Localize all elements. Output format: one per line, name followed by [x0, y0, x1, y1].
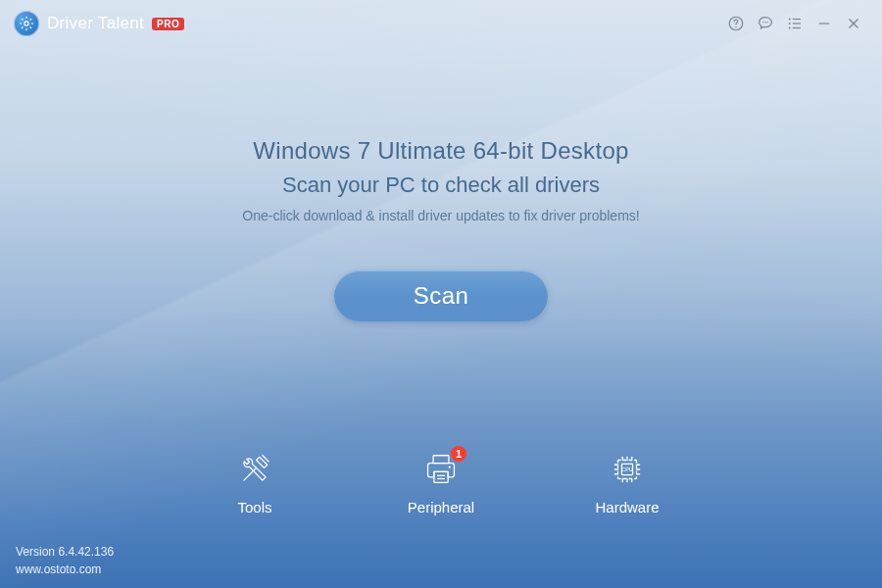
svg-rect-23: [433, 456, 449, 464]
gear-icon: [19, 16, 34, 31]
svg-point-18: [789, 27, 791, 29]
version-number: 6.4.42.136: [58, 545, 114, 559]
pro-badge: PRO: [152, 18, 184, 30]
svg-point-11: [762, 22, 763, 23]
svg-line-7: [30, 19, 31, 20]
help-button[interactable]: [721, 9, 751, 38]
bottom-nav: Tools 1 Peripheral: [0, 450, 882, 515]
close-icon: [845, 15, 862, 32]
help-icon: [727, 15, 745, 32]
minimize-icon: [815, 15, 833, 32]
footer: Version 6.4.42.136 www.ostoto.com: [16, 543, 114, 578]
svg-line-8: [22, 27, 23, 28]
nav-hardware[interactable]: CPU Hardware: [588, 450, 666, 515]
feedback-button[interactable]: [751, 9, 780, 38]
svg-point-27: [449, 466, 451, 468]
version-label: Version: [16, 545, 55, 559]
svg-point-16: [789, 23, 791, 24]
svg-point-10: [735, 26, 736, 27]
nav-hardware-label: Hardware: [595, 499, 659, 515]
nav-peripheral[interactable]: 1 Peripheral: [402, 450, 480, 515]
cpu-icon: CPU: [608, 450, 647, 489]
svg-point-14: [789, 19, 791, 21]
svg-point-12: [764, 22, 765, 23]
svg-point-13: [767, 22, 768, 23]
speech-bubble-icon: [757, 15, 774, 32]
app-title: Driver Talent: [47, 14, 144, 33]
peripheral-badge: 1: [451, 446, 466, 462]
close-button[interactable]: [839, 9, 868, 38]
subtitle-text: Scan your PC to check all drivers: [282, 172, 600, 198]
svg-text:CPU: CPU: [621, 466, 633, 472]
list-icon: [786, 15, 804, 32]
svg-line-6: [30, 27, 31, 28]
nav-tools[interactable]: Tools: [216, 450, 294, 515]
svg-line-5: [22, 19, 23, 20]
nav-tools-label: Tools: [237, 499, 271, 515]
nav-peripheral-label: Peripheral: [408, 499, 474, 515]
tools-icon: [235, 450, 274, 489]
app-window: Driver Talent PRO Windows 7 Ultimate 64-…: [0, 0, 882, 588]
svg-point-0: [24, 22, 28, 25]
system-info-text: Windows 7 Ultimate 64-bit Desktop: [253, 137, 628, 165]
menu-button[interactable]: [780, 9, 809, 38]
svg-rect-24: [434, 471, 448, 482]
printer-icon: 1: [421, 450, 461, 489]
app-logo-icon: [14, 11, 39, 36]
titlebar: Driver Talent PRO: [0, 0, 882, 47]
app-logo-group: Driver Talent PRO: [14, 11, 184, 36]
description-text: One-click download & install driver upda…: [242, 208, 639, 223]
minimize-button[interactable]: [809, 9, 839, 38]
main-content: Windows 7 Ultimate 64-bit Desktop Scan y…: [0, 137, 882, 321]
website-link[interactable]: www.ostoto.com: [16, 563, 101, 576]
scan-button[interactable]: Scan: [334, 270, 548, 321]
